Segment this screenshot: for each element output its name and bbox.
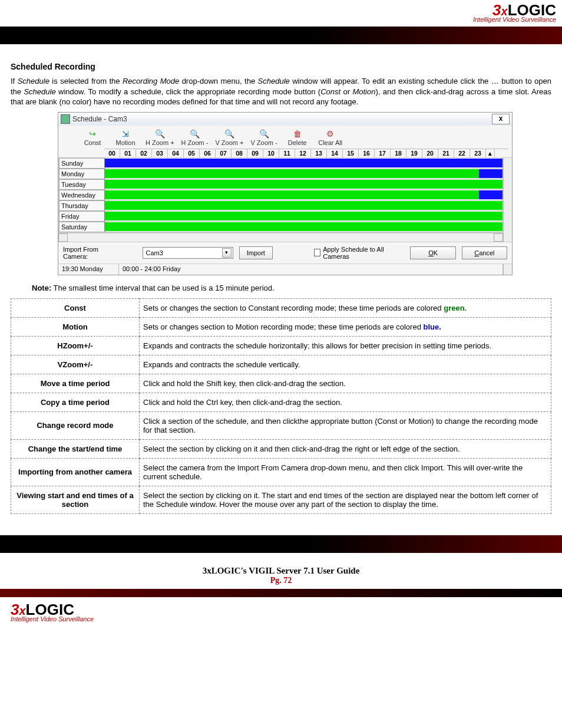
section-heading: Scheduled Recording [11,62,551,71]
chevron-down-icon: ▾ [222,248,232,258]
day-row[interactable]: Wednesday [59,190,503,200]
def-desc: Expands and contracts the schedule verti… [140,355,551,374]
hour-header: 18 [391,149,406,157]
def-desc: Select the section by clicking on it and… [140,439,551,458]
definitions-table: ConstSets or changes the section to Cons… [11,298,551,514]
def-desc: Click and hold the Ctrl key, then click-… [140,393,551,411]
hour-header: 22 [454,149,470,157]
tool-v-zoom-[interactable]: 🔍V Zoom + [215,129,243,146]
day-label: Tuesday [59,179,105,190]
def-desc: Sets or changes the section to Constant … [140,298,551,317]
tool-const[interactable]: ↪Const [80,129,105,146]
hour-header: 23 [470,149,486,157]
def-desc: Expands and contracts the schedule horiz… [140,336,551,355]
hour-header: 12 [295,149,311,157]
hour-header: 20 [422,149,438,157]
hour-header: 07 [216,149,232,157]
def-desc: Select the section by clicking on it. Th… [140,486,551,513]
day-row[interactable]: Sunday [59,158,503,169]
hour-header: 00 [104,149,120,157]
tool-h-zoom-[interactable]: 🔍H Zoom - [181,129,209,146]
v-scrollbar[interactable] [503,158,512,242]
schedule-window: Schedule - Cam3 x ↪Const⇲Motion🔍H Zoom +… [58,112,513,275]
tool-clear-all[interactable]: ⚙Clear All [318,129,343,146]
day-label: Sunday [59,158,105,169]
import-camera-select[interactable]: Cam3▾ [143,247,233,259]
day-row[interactable]: Saturday [59,222,503,232]
def-term: Importing from another camera [11,458,140,486]
hour-header: 16 [359,149,375,157]
close-button[interactable]: x [492,114,510,124]
import-label: Import From Camera: [63,246,116,260]
apply-all-checkbox[interactable]: Apply Schedule to All Cameras [314,246,399,260]
hour-header: 11 [279,149,295,157]
day-label: Saturday [59,222,105,232]
intro-paragraph: If Schedule is selected from the Recordi… [11,76,551,107]
day-label: Wednesday [59,190,105,200]
brand-logo-bottom: 3xLOGIC Intelligent Video Surveillance [11,602,562,622]
window-title: Schedule - Cam3 [61,114,127,124]
tool-h-zoom-[interactable]: 🔍H Zoom + [146,129,174,146]
import-button[interactable]: Import [239,246,273,259]
def-desc: Select the camera from the Import From C… [140,458,551,486]
doc-footer: 3xLOGIC's VIGIL Server 7.1 User Guide Pg… [0,566,562,585]
def-desc: Click and hold the Shift key, then click… [140,374,551,393]
day-row[interactable]: Tuesday [59,179,503,190]
hour-header: 08 [232,149,247,157]
hour-header: 13 [311,149,327,157]
hour-header: 02 [136,149,152,157]
def-term: Change the start/end time [11,439,140,458]
day-label: Friday [59,211,105,222]
cancel-button[interactable]: Cancel [462,246,507,259]
def-term: Move a time period [11,374,140,393]
hour-header: 04 [168,149,184,157]
hour-header: 17 [375,149,391,157]
day-label: Thursday [59,200,105,211]
brand-logo-top: 3xLOGIC Intelligent Video Surveillance [473,2,556,23]
h-scrollbar[interactable] [58,233,503,242]
def-desc: Click a section of the schedule, and the… [140,411,551,439]
def-term: Change record mode [11,411,140,439]
hour-header: 03 [152,149,168,157]
def-term: HZoom+/- [11,336,140,355]
def-term: VZoom+/- [11,355,140,374]
def-term: Const [11,298,140,317]
def-term: Copy a time period [11,393,140,411]
def-desc: Sets or changes section to Motion record… [140,317,551,336]
hour-header: 09 [247,149,263,157]
hour-header: 19 [406,149,422,157]
hour-header: 21 [438,149,454,157]
hour-header: 10 [263,149,279,157]
header-bar [0,27,562,44]
hour-header: 06 [200,149,216,157]
day-row[interactable]: Friday [59,211,503,222]
def-term: Motion [11,317,140,336]
footer-bar [0,535,562,553]
status-time-day: 19:30 Monday [58,264,119,275]
day-row[interactable]: Monday [59,169,503,179]
day-row[interactable]: Thursday [59,200,503,211]
hour-header: 05 [184,149,200,157]
day-label: Monday [59,169,105,179]
tool-delete[interactable]: 🗑Delete [285,129,310,146]
hour-header: 14 [327,149,343,157]
tool-motion[interactable]: ⇲Motion [113,129,138,146]
tool-v-zoom-[interactable]: 🔍V Zoom - [250,129,277,146]
status-range: 00:00 - 24:00 Friday [119,264,503,275]
hour-header: 01 [120,149,136,157]
app-icon [61,114,70,124]
ok-button[interactable]: OK [410,246,455,259]
note: Note: The smallest time interval that ca… [32,284,551,292]
hour-header: 15 [343,149,359,157]
footer-accent [0,589,562,597]
def-term: Viewing start and end times of a section [11,486,140,513]
